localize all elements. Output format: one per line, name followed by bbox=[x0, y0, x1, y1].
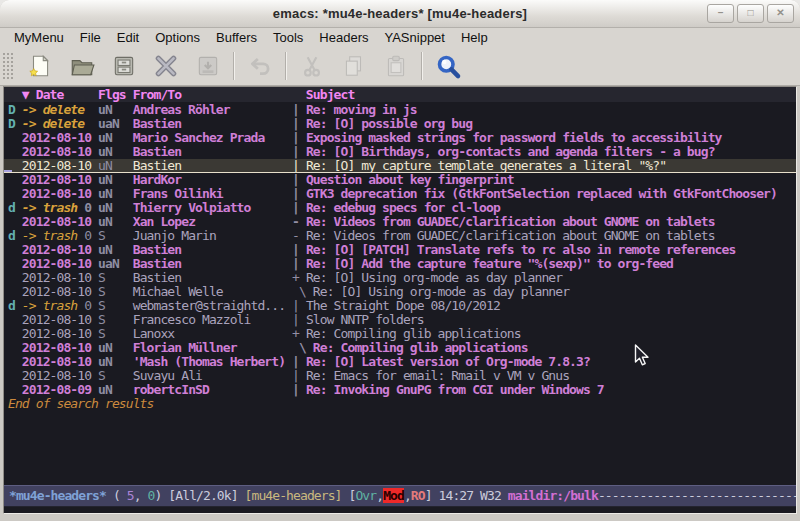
menu-bar: MyMenuFileEditOptionsBuffersToolsHeaders… bbox=[0, 28, 800, 47]
message-row[interactable]: 2012-08-10 S Francesco Mazzoli | Slow NN… bbox=[4, 313, 796, 327]
message-row[interactable]: 2012-08-10 S Lanoxx + Re: Compiling glib… bbox=[4, 327, 796, 341]
message-row[interactable]: 2012-08-10 uN Xan Lopez - Re: Videos fro… bbox=[4, 215, 796, 229]
modeline-segment: ) bbox=[155, 488, 169, 503]
modeline-segment: maildir:/bulk bbox=[508, 488, 598, 503]
modeline-segment: [mu4e-headers] bbox=[245, 488, 349, 503]
message-row[interactable]: 2012-08-10 uN Mario Sanchez Prada | Expo… bbox=[4, 131, 796, 145]
modeline-segment: ] bbox=[425, 488, 439, 503]
undo-icon bbox=[242, 50, 278, 82]
modeline-segment: Ovr bbox=[355, 488, 376, 503]
message-row[interactable]: 2012-08-09 uN robertcInSD | Re: Invoking… bbox=[4, 383, 796, 397]
modeline-segment: 14:27 W32 bbox=[439, 488, 508, 503]
toolbar-separator bbox=[421, 52, 423, 80]
message-row[interactable]: d -> trash 0 uN Thierry Volpiatto | Re: … bbox=[4, 201, 796, 215]
tool-bar bbox=[0, 47, 800, 86]
window-title: emacs: *mu4e-headers* [mu4e-headers] bbox=[0, 6, 800, 21]
title-bar[interactable]: emacs: *mu4e-headers* [mu4e-headers] –□✕ bbox=[0, 0, 800, 28]
message-row[interactable]: D -> delete uaN Bastien | Re: [O] possib… bbox=[4, 117, 796, 131]
new-file-icon[interactable] bbox=[22, 50, 58, 82]
message-row[interactable]: 2012-08-10 uN HardKor | Question about k… bbox=[4, 173, 796, 187]
message-list: D -> delete uN Andreas Röhler | Re: movi… bbox=[4, 103, 796, 397]
menu-help[interactable]: Help bbox=[453, 29, 496, 46]
search-icon[interactable] bbox=[430, 50, 466, 82]
maximize-button[interactable]: □ bbox=[737, 4, 764, 23]
menu-options[interactable]: Options bbox=[147, 29, 208, 46]
menu-buffers[interactable]: Buffers bbox=[208, 29, 265, 46]
close-button[interactable]: ✕ bbox=[767, 4, 794, 23]
menu-headers[interactable]: Headers bbox=[311, 29, 376, 46]
message-row[interactable]: 2012-08-10 uN Florian Müllner \ Re: Comp… bbox=[4, 341, 796, 355]
modeline-segment: ----------------------------------------… bbox=[598, 488, 796, 503]
cut-icon bbox=[294, 50, 330, 82]
modeline-segment: RO bbox=[411, 488, 425, 503]
message-row[interactable]: 2012-08-10 uN 'Mash (Thomas Herbert) | R… bbox=[4, 355, 796, 369]
message-row[interactable]: 2012-08-10 uN Bastien | Re: [O] my captu… bbox=[4, 159, 796, 173]
modeline-segment: [All/2.0k] bbox=[168, 488, 244, 503]
menu-mymenu[interactable]: MyMenu bbox=[6, 29, 72, 46]
delete-icon[interactable] bbox=[148, 50, 184, 82]
message-row[interactable]: 2012-08-10 S Michael Welle \ Re: [O] Usi… bbox=[4, 285, 796, 299]
modeline-segment: *mu4e-headers* bbox=[9, 488, 106, 503]
save-as-icon bbox=[190, 50, 226, 82]
message-row[interactable]: 2012-08-10 uN Bastien | Re: [O] Birthday… bbox=[4, 145, 796, 159]
toolbar-separator bbox=[285, 52, 287, 80]
message-row[interactable]: 2012-08-10 uN Bastien | Re: [O] [PATCH] … bbox=[4, 243, 796, 257]
menu-edit[interactable]: Edit bbox=[109, 29, 147, 46]
message-row[interactable]: 2012-08-10 S Suvayu Ali | Re: Emacs for … bbox=[4, 369, 796, 383]
emacs-window: emacs: *mu4e-headers* [mu4e-headers] –□✕… bbox=[0, 0, 800, 521]
message-row[interactable]: 2012-08-10 uN Frans Oilinki | GTK3 depre… bbox=[4, 187, 796, 201]
menu-yasnippet[interactable]: YASnippet bbox=[376, 29, 452, 46]
message-row[interactable]: 2012-08-10 S Bastien + Re: [O] Using org… bbox=[4, 271, 796, 285]
modeline-segment: 0 bbox=[148, 488, 155, 503]
menu-file[interactable]: File bbox=[72, 29, 109, 46]
save-icon[interactable] bbox=[106, 50, 142, 82]
message-row[interactable]: d -> trash 0 S Juanjo Marin - Re: Videos… bbox=[4, 229, 796, 243]
menu-tools[interactable]: Tools bbox=[265, 29, 311, 46]
end-of-search-results: End of search results bbox=[4, 397, 796, 411]
echo-area bbox=[4, 507, 796, 513]
toolbar-drag-handle[interactable] bbox=[2, 52, 13, 80]
minimize-button[interactable]: – bbox=[707, 4, 734, 23]
window-controls: –□✕ bbox=[707, 4, 794, 23]
modeline-segment: , bbox=[134, 488, 148, 503]
message-row[interactable]: d -> trash 0 S webmaster@straightd... | … bbox=[4, 299, 796, 313]
modeline-segment: , bbox=[404, 488, 411, 503]
message-row[interactable]: 2012-08-10 uaN Bastien | Re: [O] Add the… bbox=[4, 257, 796, 271]
headers-column-header: ▼ Date Flgs From/To Subject bbox=[4, 87, 796, 102]
open-folder-icon[interactable] bbox=[64, 50, 100, 82]
modeline-segment: ( bbox=[106, 488, 127, 503]
message-row[interactable]: D -> delete uN Andreas Röhler | Re: movi… bbox=[4, 103, 796, 117]
paste-icon bbox=[378, 50, 414, 82]
toolbar-separator bbox=[233, 52, 235, 80]
mu4e-headers-buffer: ▼ Date Flgs From/To Subject D -> delete … bbox=[3, 86, 797, 514]
copy-icon bbox=[336, 50, 372, 82]
mode-line: *mu4e-headers* ( 5, 0) [All/2.0k] [mu4e-… bbox=[4, 485, 796, 507]
modeline-segment: 5 bbox=[127, 488, 134, 503]
modeline-segment: Mod bbox=[383, 488, 404, 503]
